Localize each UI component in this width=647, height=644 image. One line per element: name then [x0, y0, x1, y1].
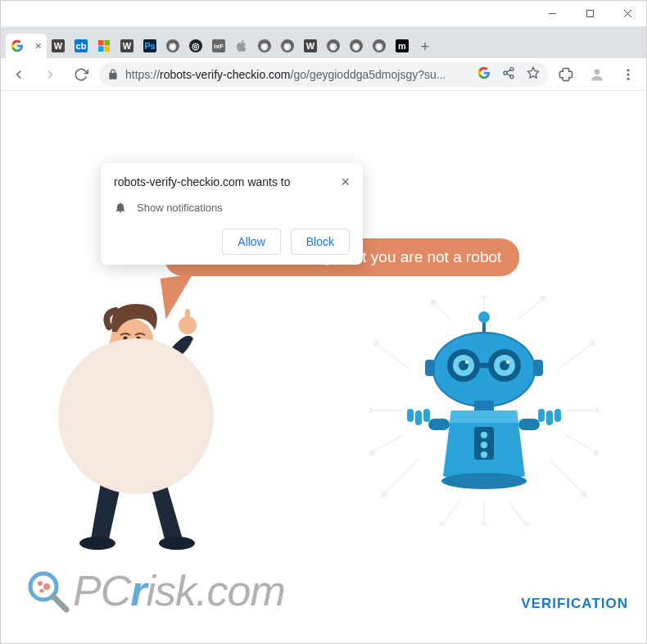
tab-globe-5[interactable]: ◉: [345, 34, 368, 58]
tab-wordpress-1[interactable]: W: [47, 34, 70, 58]
tab-ixf[interactable]: ixF: [207, 34, 230, 58]
svg-rect-56: [533, 360, 543, 376]
mx-favicon-icon: m: [396, 39, 409, 52]
browser-menu-icon[interactable]: [615, 61, 641, 88]
svg-line-12: [507, 70, 511, 72]
tab-active[interactable]: ×: [6, 34, 47, 58]
svg-point-61: [481, 451, 487, 458]
svg-rect-67: [546, 410, 553, 425]
tab-globe-4[interactable]: ◉: [322, 34, 345, 58]
tab-globe-1[interactable]: ◉: [161, 34, 184, 58]
svg-point-15: [627, 69, 630, 71]
svg-rect-5: [105, 40, 111, 46]
svg-rect-55: [425, 360, 435, 376]
svg-rect-6: [98, 47, 104, 52]
svg-point-14: [595, 69, 600, 75]
svg-rect-22: [185, 309, 190, 322]
robot-svg-icon: [369, 296, 599, 525]
robot-illustration: [369, 296, 599, 525]
svg-point-59: [481, 432, 487, 438]
pcrisk-watermark: PCrisk.com: [25, 566, 285, 615]
svg-rect-54: [476, 363, 492, 368]
svg-line-72: [53, 596, 66, 610]
globe-favicon-icon: ◉: [258, 39, 271, 52]
extensions-icon[interactable]: [553, 61, 579, 88]
svg-marker-13: [527, 67, 538, 78]
page-viewport: robots-verify-checkio.com wants to × Sho…: [1, 91, 646, 643]
verification-label: VERIFICATION: [521, 596, 628, 612]
tab-apple[interactable]: [230, 34, 253, 58]
man-illustration: [50, 281, 247, 551]
window-close-button[interactable]: [609, 1, 646, 26]
bookmark-star-icon[interactable]: [527, 66, 540, 82]
wordpress-favicon-icon: W: [304, 39, 317, 52]
man-background-circle: [58, 338, 214, 494]
svg-point-17: [627, 77, 630, 79]
window-minimize-button[interactable]: [533, 1, 571, 26]
nav-forward-button[interactable]: [37, 61, 63, 88]
magnifier-icon: [25, 569, 70, 613]
url-path: /go/geygioddga5dmojsgy?su...: [291, 68, 446, 81]
svg-point-10: [510, 75, 514, 79]
globe-favicon-icon: ◉: [327, 39, 340, 52]
permission-title: robots-verify-checkio.com wants to: [114, 175, 341, 188]
url-protocol: https://: [125, 68, 160, 81]
wordpress-favicon-icon: W: [52, 39, 65, 52]
cb-favicon-icon: cb: [75, 39, 88, 52]
nav-back-button[interactable]: [6, 61, 32, 88]
tab-target[interactable]: ◎: [184, 34, 207, 58]
google-favicon-icon: [11, 39, 24, 52]
svg-rect-66: [423, 409, 430, 422]
microsoft-favicon-icon: [97, 39, 111, 52]
svg-point-8: [510, 67, 514, 70]
watermark-rest: isk.com: [147, 566, 285, 615]
allow-button[interactable]: Allow: [222, 229, 280, 255]
svg-rect-65: [407, 409, 414, 422]
block-button[interactable]: Block: [291, 229, 350, 255]
svg-point-18: [79, 537, 115, 550]
tab-microsoft[interactable]: [93, 34, 115, 58]
tab-globe-6[interactable]: ◉: [368, 34, 391, 58]
google-search-icon[interactable]: [477, 66, 491, 82]
svg-point-60: [481, 442, 487, 448]
tab-close-icon[interactable]: ×: [35, 39, 42, 52]
permission-label: Show notifications: [137, 202, 223, 214]
tab-globe-2[interactable]: ◉: [253, 34, 276, 58]
svg-rect-7: [105, 47, 111, 52]
window-titlebar: [1, 1, 646, 27]
globe-favicon-icon: ◉: [350, 39, 363, 52]
svg-point-70: [441, 473, 527, 489]
svg-line-11: [507, 74, 511, 76]
window-controls: [533, 1, 646, 26]
svg-rect-62: [428, 419, 450, 430]
tab-wordpress-3[interactable]: W: [299, 34, 322, 58]
wordpress-favicon-icon: W: [120, 39, 133, 52]
svg-point-74: [43, 583, 50, 590]
svg-rect-69: [554, 409, 561, 422]
apple-favicon-icon: [235, 39, 248, 52]
globe-favicon-icon: ◉: [373, 39, 386, 52]
svg-rect-64: [415, 410, 422, 425]
browser-toolbar: https://robots-verify-checkio.com/go/gey…: [1, 58, 646, 91]
tab-wordpress-2[interactable]: W: [115, 34, 138, 58]
permission-close-icon[interactable]: ×: [341, 175, 350, 189]
address-bar[interactable]: https://robots-verify-checkio.com/go/gey…: [99, 62, 548, 87]
lock-icon: [107, 69, 119, 80]
nav-reload-button[interactable]: [68, 61, 94, 88]
window-maximize-button[interactable]: [571, 1, 609, 26]
tab-globe-3[interactable]: ◉: [276, 34, 299, 58]
svg-point-16: [627, 73, 630, 75]
target-favicon-icon: ◎: [189, 39, 202, 52]
svg-point-43: [478, 311, 490, 323]
tab-cb[interactable]: cb: [70, 34, 93, 58]
profile-avatar-icon[interactable]: [584, 61, 610, 88]
svg-rect-57: [474, 401, 494, 412]
tab-mx[interactable]: m: [391, 34, 414, 58]
tab-photoshop[interactable]: Ps: [138, 34, 161, 58]
photoshop-favicon-icon: Ps: [143, 39, 156, 52]
watermark-pc: PC: [73, 566, 130, 615]
svg-rect-4: [98, 40, 104, 46]
new-tab-button[interactable]: +: [414, 35, 437, 58]
share-icon[interactable]: [502, 66, 515, 82]
url-text: https://robots-verify-checkio.com/go/gey…: [125, 68, 446, 81]
